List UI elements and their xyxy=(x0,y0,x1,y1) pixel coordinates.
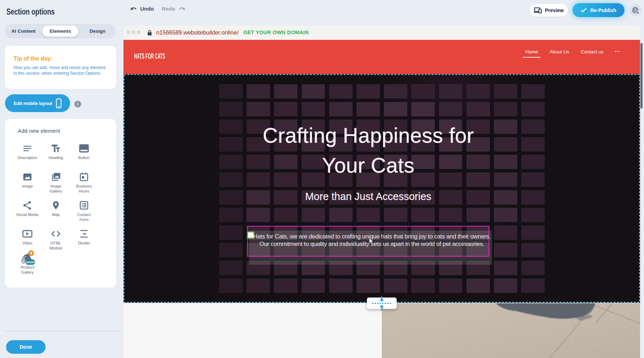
svg-text:SHOP: SHOP xyxy=(26,260,35,264)
